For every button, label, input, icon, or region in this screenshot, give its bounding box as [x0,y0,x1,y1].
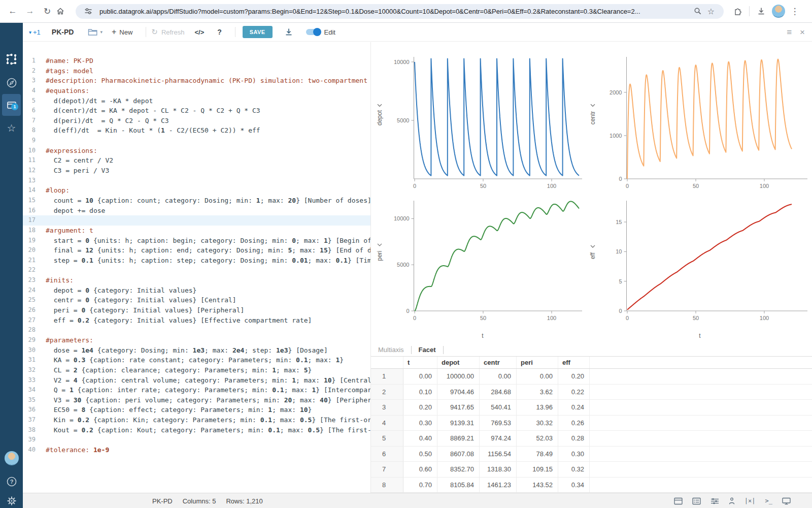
info-person-icon[interactable] [729,497,735,505]
code-line[interactable]: 27 eff = 0.2 {category: Initial values} … [23,315,371,326]
table-row[interactable]: 80.708105.841461.23143.520.34 [371,478,812,493]
code-line[interactable]: 40#tolerance: 1e-9 [23,445,371,455]
column-header-depot[interactable]: depot [437,357,480,368]
code-line[interactable]: 34 Q = 1 {caption: inter rate; category:… [23,385,371,395]
code-line[interactable]: 3#description: Pharmacokinetic-pharmacod… [23,76,371,86]
code-line[interactable]: 4#equations: [23,86,371,96]
row-number[interactable]: 1 [371,369,403,384]
code-line[interactable]: 21 step = 0.1 {units: h; caption: step; … [23,256,371,266]
row-number[interactable]: 7 [371,462,403,477]
filters-sliders-icon[interactable] [710,497,719,505]
cell-peri[interactable]: 3.62 [517,385,558,400]
cell-t[interactable]: 0.40 [403,431,437,446]
row-number[interactable]: 6 [371,447,403,462]
code-line[interactable]: 28 [23,325,371,335]
row-number[interactable]: 5 [371,431,403,446]
cell-centr[interactable]: 769.53 [480,416,517,431]
cell-peri[interactable]: 30.32 [517,416,558,431]
close-icon[interactable]: × [800,27,805,38]
code-line[interactable]: 2#tags: model [23,66,371,76]
code-line[interactable]: 38 Kout = 0.2 {caption: Kout; category: … [23,425,371,435]
table-row[interactable]: 60.508607.081156.5478.490.30 [371,447,812,462]
variables-icon[interactable]: |×| [745,497,756,504]
menu-kebab-icon[interactable]: ⋮ [788,6,801,17]
help-button[interactable]: ? [217,28,222,36]
settings-gear-icon[interactable] [0,493,23,508]
code-line[interactable]: 35 V3 = 30 {caption: peri volume; catego… [23,395,371,405]
url-text[interactable]: public.datagrok.ai/apps/DiffStudio?model… [99,8,691,15]
code-line[interactable]: 15 count = 10 {caption: count; category:… [23,196,371,206]
cell-centr[interactable]: 1318.30 [480,462,517,477]
row-number[interactable]: 4 [371,416,403,431]
table-row[interactable]: 20.109704.46284.683.620.22 [371,385,812,400]
code-line[interactable]: 7 d(peri)/dt = Q * C2 - Q * C3 [23,116,371,126]
code-line[interactable]: 6 d(centr)/dt = KA * depot - CL * C2 - Q… [23,106,371,116]
code-line[interactable]: 8 d(eff)/dt = Kin - Kout * (1 - C2/(EC50… [23,125,371,136]
tab-facet[interactable]: Facet [412,346,443,354]
row-number[interactable]: 8 [371,478,403,493]
row-number[interactable]: 3 [371,400,403,415]
table-row[interactable]: 30.209417.65540.4113.960.24 [371,400,812,416]
code-editor[interactable]: 1#name: PK-PD2#tags: model3#description:… [23,42,371,493]
new-button[interactable]: + New [112,27,132,37]
cell-eff[interactable]: 0.32 [558,462,590,477]
cell-peri[interactable]: 109.15 [517,462,558,477]
save-button[interactable]: SAVE [243,26,273,38]
presentation-icon[interactable] [782,497,791,505]
code-line[interactable]: 11 C2 = centr / V2 [23,155,371,166]
cell-t[interactable]: 0.50 [403,447,437,462]
code-line[interactable]: 37 Kin = 0.2 {caption: Kin; category: Pa… [23,415,371,425]
cell-centr[interactable]: 1461.23 [480,478,517,493]
cell-peri[interactable]: 143.52 [517,478,558,493]
cell-t[interactable]: 0.10 [403,385,437,400]
back-icon[interactable]: ← [4,6,21,16]
cell-t[interactable]: 0.20 [403,400,437,415]
code-line[interactable]: 29#parameters: [23,335,371,345]
cell-depot[interactable]: 8105.84 [437,478,480,493]
cell-peri[interactable]: 52.03 [517,431,558,446]
cell-eff[interactable]: 0.34 [558,478,590,493]
code-line[interactable]: 20 final = 12 {units: h; caption: end; c… [23,245,371,256]
code-line[interactable]: 24 depot = 0 {category: Initial values} [23,285,371,296]
code-line[interactable]: 30 dose = 1e4 {category: Dosing; min: 1e… [23,345,371,356]
cell-eff[interactable]: 0.24 [558,400,590,415]
code-line[interactable]: 31 KA = 0.3 {caption: rate constant; cat… [23,355,371,365]
cell-depot[interactable]: 8869.21 [437,431,480,446]
code-line[interactable]: 17 [23,215,371,226]
cell-depot[interactable]: 9139.31 [437,416,480,431]
row-number[interactable]: 2 [371,385,403,400]
zoom-icon[interactable] [691,7,704,15]
code-line[interactable]: 14#loop: [23,185,371,196]
forward-icon[interactable]: → [21,6,39,16]
console-icon[interactable]: >_ [765,497,772,504]
cell-centr[interactable]: 1156.54 [480,447,517,462]
cell-centr[interactable]: 540.41 [480,400,517,415]
site-settings-icon[interactable] [82,7,95,15]
columns-list-icon[interactable] [692,497,701,505]
code-line[interactable]: 13 [23,176,371,186]
code-line[interactable]: 32 CL = 2 {caption: clearance; category:… [23,365,371,375]
code-line[interactable]: 33 V2 = 4 {caption: central volume; cate… [23,375,371,386]
favorites-star-icon[interactable]: ☆ [0,120,23,136]
code-line[interactable]: 39 [23,435,371,445]
code-toggle-button[interactable]: </> [194,28,204,36]
datagrok-logo-icon[interactable] [0,51,23,67]
data-grid[interactable]: tdepotcentrperieff10.0010000.000.000.000… [371,357,812,493]
cell-t[interactable]: 0.60 [403,462,437,477]
overflow-caret-icon[interactable]: ▾ [29,29,31,35]
code-line[interactable]: 22 [23,265,371,275]
browse-compass-icon[interactable] [0,75,23,90]
cell-t[interactable]: 0.30 [403,416,437,431]
code-line[interactable]: 25 centr = 0 {category: Initial values} … [23,295,371,305]
download-icon[interactable] [754,7,769,16]
cell-eff[interactable]: 0.20 [558,369,590,384]
column-header-t[interactable]: t [403,357,437,368]
table-row[interactable]: 40.309139.31769.5330.320.26 [371,416,812,431]
column-header-centr[interactable]: centr [480,357,517,368]
refresh-button[interactable]: ↻ Refresh [151,27,184,37]
cell-eff[interactable]: 0.28 [558,431,590,446]
bookmark-star-icon[interactable]: ☆ [704,7,718,16]
cell-eff[interactable]: 0.30 [558,447,590,462]
help-icon[interactable]: ? [0,474,23,489]
column-header-eff[interactable]: eff [558,357,590,368]
